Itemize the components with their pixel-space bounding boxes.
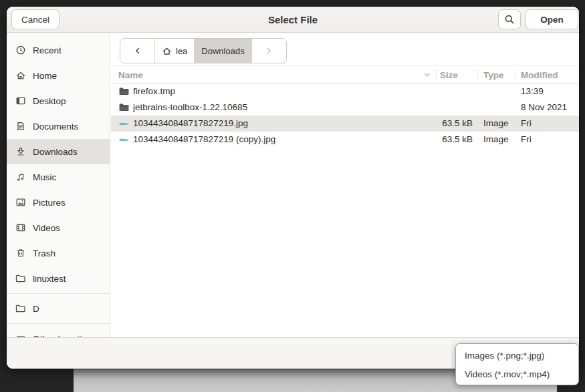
column-separator	[515, 69, 515, 80]
sidebar-item-home[interactable]: Home	[7, 63, 110, 88]
file-list: firefox.tmp 13:39 jetbrains-toolbox-1.22…	[111, 83, 579, 148]
file-filter-menu: Images (*.png;*.jpg) Videos (*.mov;*.mp4…	[455, 343, 579, 385]
sidebar-item-label: Downloads	[33, 147, 78, 157]
file-row-jpg-selected[interactable]: 10344340848717827219.jpg 63.5 kB Image F…	[111, 116, 579, 132]
places-sidebar: Recent Home Desktop Documents	[7, 33, 110, 338]
sidebar-item-documents[interactable]: Documents	[7, 114, 110, 139]
path-segment-label: Downloads	[201, 46, 244, 56]
sidebar-item-other-locations[interactable]: Other Locations	[7, 326, 110, 338]
sidebar-item-label: Home	[33, 71, 57, 81]
folder-solid-icon	[118, 86, 130, 97]
sort-indicator-icon[interactable]	[422, 69, 433, 80]
sidebar-item-label: Pictures	[33, 198, 66, 208]
column-header-type[interactable]: Type	[483, 66, 504, 83]
folder-solid-icon	[118, 102, 130, 113]
desktop-icon	[15, 95, 26, 106]
file-type: Image	[483, 116, 509, 132]
file-type: Image	[483, 132, 509, 148]
folder-icon	[15, 273, 26, 284]
sidebar-item-linuxtest[interactable]: linuxtest	[7, 266, 110, 291]
music-note-icon	[15, 172, 26, 182]
sidebar-separator	[7, 293, 110, 294]
home-icon	[15, 70, 26, 81]
sidebar-item-label: Documents	[33, 122, 78, 132]
search-icon	[504, 14, 515, 25]
clock-icon	[15, 45, 26, 55]
sidebar-item-label: Recent	[33, 45, 62, 55]
sidebar-item-d[interactable]: D	[7, 296, 110, 321]
sidebar-item-label: Trash	[33, 248, 55, 258]
sidebar-item-music[interactable]: Music	[7, 164, 110, 190]
document-icon	[15, 121, 26, 132]
download-icon	[15, 146, 26, 157]
picture-icon	[15, 197, 26, 208]
sidebar-item-label: Desktop	[33, 96, 66, 106]
file-modified: Fri	[521, 132, 532, 148]
sidebar-item-recent[interactable]: Recent	[7, 37, 110, 63]
sidebar-item-pictures[interactable]: Pictures	[7, 190, 110, 215]
sidebar-item-label: linuxtest	[33, 274, 66, 284]
sidebar-item-downloads[interactable]: Downloads	[7, 139, 110, 164]
column-header-size[interactable]: Size	[440, 66, 458, 83]
path-segment-home[interactable]: lea	[155, 39, 195, 63]
file-row-jetbrains-toolbox[interactable]: jetbrains-toolbox-1.22.10685 8 Nov 2021	[111, 100, 579, 116]
chevron-right-icon	[264, 46, 273, 55]
file-row-firefox-tmp[interactable]: firefox.tmp 13:39	[111, 83, 579, 100]
trash-icon	[15, 248, 26, 258]
file-browser: lea Downloads Name Size Type	[111, 33, 579, 338]
file-chooser-dialog: Cancel Select File Open Recent	[7, 7, 579, 369]
file-modified: 13:39	[521, 83, 544, 100]
chevron-left-icon	[133, 46, 142, 55]
image-file-icon	[118, 134, 130, 145]
file-name: firefox.tmp	[133, 83, 175, 100]
file-modified: Fri	[521, 116, 532, 132]
file-name: 10344340848717827219.jpg	[133, 116, 248, 132]
sidebar-separator	[7, 323, 110, 324]
file-row-jpg-copy[interactable]: 10344340848717827219 (copy).jpg 63.5 kB …	[111, 132, 579, 148]
column-separator	[477, 69, 478, 80]
folder-icon	[15, 303, 26, 314]
titlebar: Cancel Select File Open	[7, 7, 579, 33]
filter-option-videos[interactable]: Videos (*.mov;*.mp4)	[456, 365, 578, 383]
open-button[interactable]: Open	[525, 9, 578, 29]
file-size: 63.5 kB	[415, 116, 473, 132]
file-modified: 8 Nov 2021	[521, 100, 567, 116]
path-segment-label: lea	[176, 46, 187, 56]
pathbar: lea Downloads	[120, 38, 287, 63]
file-size: 63.5 kB	[415, 132, 473, 148]
column-separator	[436, 69, 437, 80]
sidebar-item-label: D	[33, 304, 39, 314]
image-file-icon	[118, 118, 130, 129]
home-icon	[162, 46, 172, 56]
search-button[interactable]	[498, 9, 521, 29]
filter-option-images[interactable]: Images (*.png;*.jpg)	[456, 346, 578, 365]
path-segment-downloads[interactable]: Downloads	[195, 39, 251, 63]
column-header-modified[interactable]: Modified	[521, 66, 558, 83]
page-title: Select File	[7, 7, 579, 32]
sidebar-item-desktop[interactable]: Desktop	[7, 88, 110, 114]
sidebar-item-videos[interactable]: Videos	[7, 215, 110, 240]
column-header-name[interactable]: Name	[118, 66, 143, 83]
file-name: jetbrains-toolbox-1.22.10685	[133, 100, 247, 116]
film-icon	[15, 222, 26, 233]
file-name: 10344340848717827219 (copy).jpg	[133, 132, 275, 148]
sidebar-item-label: Videos	[33, 223, 60, 233]
path-back-button[interactable]	[120, 39, 155, 63]
path-forward-button[interactable]	[252, 39, 286, 63]
list-header: Name Size Type Modified	[111, 65, 579, 84]
sidebar-item-label: Music	[33, 172, 56, 182]
sidebar-item-trash[interactable]: Trash	[7, 240, 110, 266]
